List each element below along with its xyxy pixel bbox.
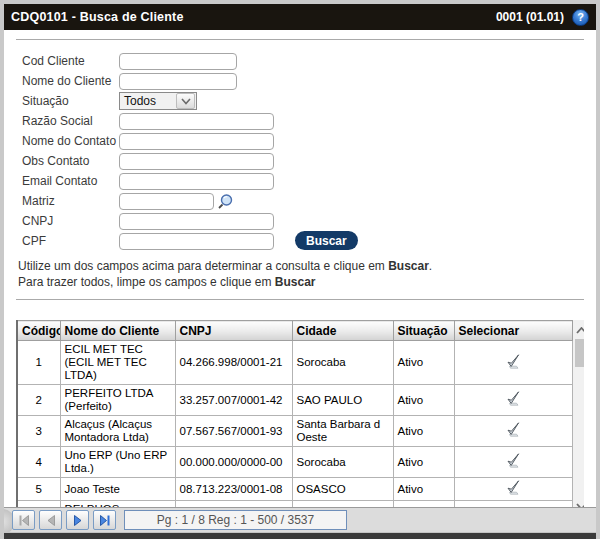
cell-nome: PERFEITO LTDA (Perfeito) — [60, 385, 175, 416]
first-page-icon — [17, 514, 31, 527]
cell-nome: Alcaçus (Alcaçus Montadora Ltda) — [60, 416, 175, 447]
cod-cliente-row: Cod Cliente — [4, 51, 596, 71]
cell-codigo: 5 — [17, 478, 60, 501]
nome-cliente-label: Nome do Cliente — [22, 74, 119, 88]
table-row[interactable]: 2 PERFEITO LTDA (Perfeito) 33.257.007/00… — [17, 385, 573, 416]
titlebar-right: 0001 (01.01) ? — [496, 9, 589, 26]
cell-nome: ECIL MET TEC (ECIL MET TEC LTDA) — [60, 341, 175, 385]
results-table: Código Nome do Cliente CNPJ Cidade Situa… — [16, 320, 573, 507]
col-header-nome[interactable]: Nome do Cliente — [60, 321, 175, 341]
results-grid-wrap: Código Nome do Cliente CNPJ Cidade Situa… — [16, 320, 584, 507]
instruction-line-2: Para trazer todos, limpe os campos e cli… — [18, 274, 596, 290]
help-icon[interactable]: ? — [572, 9, 589, 26]
col-header-selecionar[interactable]: Selecionar — [454, 321, 573, 341]
cnpj-label: CNPJ — [22, 214, 119, 228]
scroll-down-icon[interactable] — [573, 498, 584, 507]
table-row[interactable]: 5 Joao Teste 08.713.223/0001-08 OSASCO A… — [17, 478, 573, 501]
select-row-check-icon[interactable] — [505, 480, 521, 495]
cod-cliente-label: Cod Cliente — [22, 54, 119, 68]
last-page-icon — [98, 514, 112, 527]
matriz-row: Matriz — [4, 191, 596, 211]
select-row-check-icon[interactable] — [505, 422, 521, 437]
buscar-button[interactable]: Buscar — [295, 231, 358, 250]
table-row[interactable]: 3 Alcaçus (Alcaçus Montadora Ltda) 07.56… — [17, 416, 573, 447]
cell-codigo: 3 — [17, 416, 60, 447]
razao-social-label: Razão Social — [22, 114, 119, 128]
col-header-cnpj[interactable]: CNPJ — [175, 321, 292, 341]
nome-contato-label: Nome do Contato — [22, 134, 119, 148]
cell-cidade: Sorocaba — [292, 447, 393, 478]
cell-cnpj: 33.257.007/0001-42 — [175, 385, 292, 416]
table-row[interactable]: 1 ECIL MET TEC (ECIL MET TEC LTDA) 04.26… — [17, 341, 573, 385]
nome-cliente-input[interactable] — [119, 73, 237, 90]
titlebar: CDQ0101 - Busca de Cliente 0001 (01.01) … — [4, 4, 596, 30]
obs-contato-label: Obs Contato — [22, 154, 119, 168]
version-label: 0001 (01.01) — [496, 10, 564, 24]
matriz-label: Matriz — [22, 194, 119, 208]
cell-cnpj: 04.266.998/0001-21 — [175, 341, 292, 385]
first-page-button[interactable] — [12, 510, 35, 530]
matriz-input[interactable] — [119, 193, 214, 210]
nome-contato-input[interactable] — [119, 133, 274, 150]
cell-nome: Uno ERP (Uno ERP Ltda.) — [60, 447, 175, 478]
cell-situacao: Ativo — [393, 341, 454, 385]
situacao-label: Situação — [22, 94, 119, 108]
obs-contato-row: Obs Contato — [4, 151, 596, 171]
cell-cnpj: 00.000.000/0000-00 — [175, 447, 292, 478]
cell-selecionar — [454, 447, 573, 478]
col-header-cidade[interactable]: Cidade — [292, 321, 393, 341]
cell-codigo: 4 — [17, 447, 60, 478]
next-page-button[interactable] — [66, 510, 89, 530]
cell-situacao: Ativo — [393, 478, 454, 501]
cod-cliente-input[interactable] — [119, 53, 237, 70]
situacao-select[interactable]: Todos — [119, 92, 197, 110]
mid-separator — [16, 299, 584, 300]
last-page-button[interactable] — [93, 510, 116, 530]
next-page-icon — [71, 514, 85, 527]
nome-cliente-row: Nome do Cliente — [4, 71, 596, 91]
search-form: Cod Cliente Nome do Cliente Situação Tod… — [4, 51, 596, 251]
page-title: CDQ0101 - Busca de Cliente — [11, 10, 184, 24]
cell-codigo: 2 — [17, 385, 60, 416]
razao-social-row: Razão Social — [4, 111, 596, 131]
select-row-check-icon[interactable] — [505, 354, 521, 369]
select-row-check-icon[interactable] — [505, 453, 521, 468]
scroll-up-icon[interactable] — [573, 322, 584, 338]
select-row-check-icon[interactable] — [505, 391, 521, 406]
prev-page-icon — [44, 514, 58, 527]
obs-contato-input[interactable] — [119, 153, 274, 170]
window-bottom-edge — [4, 532, 596, 539]
cell-situacao: Ativo — [393, 416, 454, 447]
cell-selecionar — [454, 341, 573, 385]
instructions: Utilize um dos campos acima para determi… — [18, 258, 596, 290]
cell-selecionar — [454, 416, 573, 447]
nome-contato-row: Nome do Contato — [4, 131, 596, 151]
situacao-selected-value: Todos — [120, 94, 176, 108]
email-contato-input[interactable] — [119, 173, 274, 190]
situacao-row: Situação Todos — [4, 91, 596, 111]
cell-selecionar — [454, 478, 573, 501]
cpf-label: CPF — [22, 234, 119, 248]
content-area: Cod Cliente Nome do Cliente Situação Tod… — [4, 30, 596, 507]
cell-codigo: 1 — [17, 341, 60, 385]
razao-social-input[interactable] — [119, 113, 274, 130]
cell-nome: Joao Teste — [60, 478, 175, 501]
cell-situacao: Ativo — [393, 385, 454, 416]
app-window: CDQ0101 - Busca de Cliente 0001 (01.01) … — [0, 0, 600, 539]
col-header-codigo[interactable]: Código — [17, 321, 60, 341]
col-header-situacao[interactable]: Situação — [393, 321, 454, 341]
cpf-row: CPF Buscar — [4, 231, 596, 251]
prev-page-button[interactable] — [39, 510, 62, 530]
pagination-bar: Pg : 1 / 8 Reg : 1 - 500 / 3537 — [4, 507, 596, 532]
table-row[interactable]: 4 Uno ERP (Uno ERP Ltda.) 00.000.000/000… — [17, 447, 573, 478]
magnifier-icon[interactable] — [217, 193, 234, 210]
scrollbar-thumb[interactable] — [575, 339, 584, 367]
email-contato-row: Email Contato — [4, 171, 596, 191]
table-header-row: Código Nome do Cliente CNPJ Cidade Situa… — [17, 321, 573, 341]
table-scrollbar[interactable] — [573, 320, 584, 507]
cpf-input[interactable] — [119, 233, 274, 250]
cnpj-input[interactable] — [119, 213, 274, 230]
cell-cnpj: 08.713.223/0001-08 — [175, 478, 292, 501]
page-status: Pg : 1 / 8 Reg : 1 - 500 / 3537 — [124, 510, 347, 530]
cell-cnpj: 07.567.567/0001-93 — [175, 416, 292, 447]
